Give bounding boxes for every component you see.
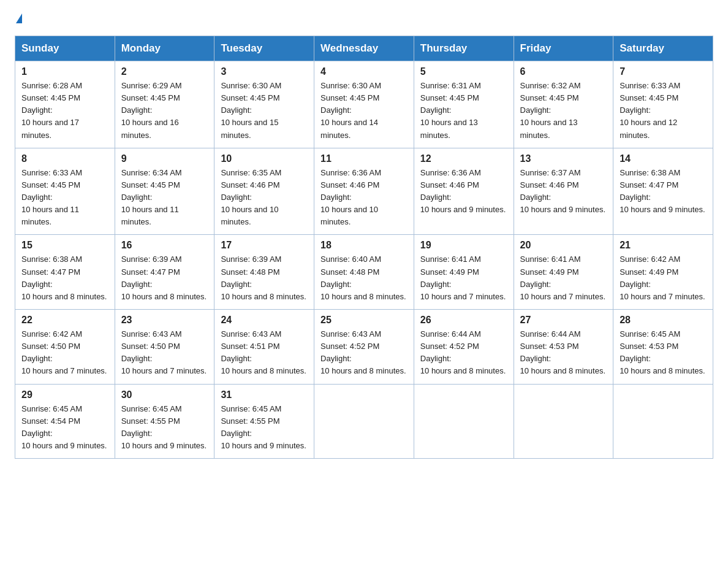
calendar-cell: 19Sunrise: 6:41 AMSunset: 4:49 PMDayligh…: [414, 235, 514, 310]
week-row-3: 15Sunrise: 6:38 AMSunset: 4:47 PMDayligh…: [15, 235, 713, 310]
calendar-cell: 1Sunrise: 6:28 AMSunset: 4:45 PMDaylight…: [15, 61, 115, 148]
calendar-cell: 30Sunrise: 6:45 AMSunset: 4:55 PMDayligh…: [115, 384, 214, 459]
day-info: Sunrise: 6:42 AMSunset: 4:50 PMDaylight:…: [21, 328, 108, 378]
day-number: 31: [221, 389, 308, 400]
day-number: 5: [420, 66, 507, 77]
weekday-thursday: Thursday: [414, 36, 514, 61]
calendar-cell: 16Sunrise: 6:39 AMSunset: 4:47 PMDayligh…: [115, 235, 214, 310]
day-info: Sunrise: 6:41 AMSunset: 4:49 PMDaylight:…: [420, 253, 507, 303]
day-info: Sunrise: 6:31 AMSunset: 4:45 PMDaylight:…: [420, 80, 507, 142]
calendar-cell: 31Sunrise: 6:45 AMSunset: 4:55 PMDayligh…: [214, 384, 314, 459]
week-row-4: 22Sunrise: 6:42 AMSunset: 4:50 PMDayligh…: [15, 309, 713, 384]
day-info: Sunrise: 6:38 AMSunset: 4:47 PMDaylight:…: [620, 167, 707, 216]
weekday-header-row: SundayMondayTuesdayWednesdayThursdayFrid…: [15, 36, 713, 61]
calendar-cell: 2Sunrise: 6:29 AMSunset: 4:45 PMDaylight…: [115, 61, 214, 148]
calendar-cell: 11Sunrise: 6:36 AMSunset: 4:46 PMDayligh…: [314, 148, 414, 235]
calendar-cell: 7Sunrise: 6:33 AMSunset: 4:45 PMDaylight…: [613, 61, 713, 148]
day-info: Sunrise: 6:45 AMSunset: 4:55 PMDaylight:…: [121, 403, 208, 453]
day-number: 10: [221, 153, 308, 164]
day-info: Sunrise: 6:45 AMSunset: 4:55 PMDaylight:…: [221, 403, 308, 453]
day-info: Sunrise: 6:35 AMSunset: 4:46 PMDaylight:…: [221, 167, 308, 229]
day-number: 1: [21, 66, 108, 77]
day-number: 3: [221, 66, 308, 77]
week-row-5: 29Sunrise: 6:45 AMSunset: 4:54 PMDayligh…: [15, 384, 713, 459]
calendar-cell: [314, 384, 414, 459]
day-number: 9: [121, 153, 208, 164]
calendar-cell: [414, 384, 514, 459]
day-number: 7: [620, 66, 707, 77]
day-info: Sunrise: 6:44 AMSunset: 4:53 PMDaylight:…: [520, 328, 607, 378]
day-info: Sunrise: 6:30 AMSunset: 4:45 PMDaylight:…: [221, 80, 308, 142]
day-info: Sunrise: 6:36 AMSunset: 4:46 PMDaylight:…: [320, 167, 408, 229]
calendar-cell: 17Sunrise: 6:39 AMSunset: 4:48 PMDayligh…: [214, 235, 314, 310]
day-info: Sunrise: 6:28 AMSunset: 4:45 PMDaylight:…: [21, 80, 108, 142]
page-header: [15, 15, 713, 25]
day-number: 15: [21, 240, 108, 251]
calendar-cell: [514, 384, 613, 459]
day-info: Sunrise: 6:45 AMSunset: 4:54 PMDaylight:…: [21, 403, 108, 453]
calendar-cell: 23Sunrise: 6:43 AMSunset: 4:50 PMDayligh…: [115, 309, 214, 384]
calendar-cell: 4Sunrise: 6:30 AMSunset: 4:45 PMDaylight…: [314, 61, 414, 148]
weekday-sunday: Sunday: [15, 36, 115, 61]
calendar-cell: 6Sunrise: 6:32 AMSunset: 4:45 PMDaylight…: [514, 61, 613, 148]
day-info: Sunrise: 6:43 AMSunset: 4:52 PMDaylight:…: [320, 328, 408, 378]
calendar-cell: 21Sunrise: 6:42 AMSunset: 4:49 PMDayligh…: [613, 235, 713, 310]
day-number: 11: [320, 153, 408, 164]
day-info: Sunrise: 6:29 AMSunset: 4:45 PMDaylight:…: [121, 80, 208, 142]
calendar-cell: 28Sunrise: 6:45 AMSunset: 4:53 PMDayligh…: [613, 309, 713, 384]
day-number: 24: [221, 315, 308, 326]
week-row-1: 1Sunrise: 6:28 AMSunset: 4:45 PMDaylight…: [15, 61, 713, 148]
calendar-cell: [613, 384, 713, 459]
calendar-cell: 29Sunrise: 6:45 AMSunset: 4:54 PMDayligh…: [15, 384, 115, 459]
day-number: 6: [520, 66, 607, 77]
day-info: Sunrise: 6:36 AMSunset: 4:46 PMDaylight:…: [420, 167, 507, 216]
day-info: Sunrise: 6:32 AMSunset: 4:45 PMDaylight:…: [520, 80, 607, 142]
calendar-cell: 26Sunrise: 6:44 AMSunset: 4:52 PMDayligh…: [414, 309, 514, 384]
calendar-cell: 14Sunrise: 6:38 AMSunset: 4:47 PMDayligh…: [613, 148, 713, 235]
logo-triangle-icon: [16, 13, 22, 23]
day-number: 18: [320, 240, 408, 251]
day-number: 17: [221, 240, 308, 251]
calendar-cell: 10Sunrise: 6:35 AMSunset: 4:46 PMDayligh…: [214, 148, 314, 235]
calendar-cell: 24Sunrise: 6:43 AMSunset: 4:51 PMDayligh…: [214, 309, 314, 384]
day-info: Sunrise: 6:45 AMSunset: 4:53 PMDaylight:…: [620, 328, 707, 378]
day-info: Sunrise: 6:37 AMSunset: 4:46 PMDaylight:…: [520, 167, 607, 216]
day-info: Sunrise: 6:34 AMSunset: 4:45 PMDaylight:…: [121, 167, 208, 229]
calendar-cell: 25Sunrise: 6:43 AMSunset: 4:52 PMDayligh…: [314, 309, 414, 384]
day-info: Sunrise: 6:33 AMSunset: 4:45 PMDaylight:…: [21, 167, 108, 229]
weekday-wednesday: Wednesday: [314, 36, 414, 61]
day-info: Sunrise: 6:33 AMSunset: 4:45 PMDaylight:…: [620, 80, 707, 142]
calendar-cell: 9Sunrise: 6:34 AMSunset: 4:45 PMDaylight…: [115, 148, 214, 235]
day-info: Sunrise: 6:39 AMSunset: 4:47 PMDaylight:…: [121, 253, 208, 303]
day-number: 14: [620, 153, 707, 164]
week-row-2: 8Sunrise: 6:33 AMSunset: 4:45 PMDaylight…: [15, 148, 713, 235]
day-number: 25: [320, 315, 408, 326]
day-number: 4: [320, 66, 408, 77]
calendar-cell: 12Sunrise: 6:36 AMSunset: 4:46 PMDayligh…: [414, 148, 514, 235]
calendar-cell: 3Sunrise: 6:30 AMSunset: 4:45 PMDaylight…: [214, 61, 314, 148]
day-number: 28: [620, 315, 707, 326]
day-number: 27: [520, 315, 607, 326]
calendar-cell: 22Sunrise: 6:42 AMSunset: 4:50 PMDayligh…: [15, 309, 115, 384]
day-number: 8: [21, 153, 108, 164]
day-info: Sunrise: 6:43 AMSunset: 4:50 PMDaylight:…: [121, 328, 208, 378]
calendar-cell: 27Sunrise: 6:44 AMSunset: 4:53 PMDayligh…: [514, 309, 613, 384]
calendar-table: SundayMondayTuesdayWednesdayThursdayFrid…: [15, 36, 713, 459]
day-number: 21: [620, 240, 707, 251]
weekday-friday: Friday: [514, 36, 613, 61]
day-number: 30: [121, 389, 208, 400]
calendar-cell: 8Sunrise: 6:33 AMSunset: 4:45 PMDaylight…: [15, 148, 115, 235]
day-info: Sunrise: 6:38 AMSunset: 4:47 PMDaylight:…: [21, 253, 108, 303]
calendar-cell: 13Sunrise: 6:37 AMSunset: 4:46 PMDayligh…: [514, 148, 613, 235]
day-number: 20: [520, 240, 607, 251]
day-number: 13: [520, 153, 607, 164]
day-number: 26: [420, 315, 507, 326]
calendar-cell: 5Sunrise: 6:31 AMSunset: 4:45 PMDaylight…: [414, 61, 514, 148]
calendar-cell: 18Sunrise: 6:40 AMSunset: 4:48 PMDayligh…: [314, 235, 414, 310]
day-number: 22: [21, 315, 108, 326]
logo: [15, 15, 22, 25]
day-number: 23: [121, 315, 208, 326]
day-info: Sunrise: 6:41 AMSunset: 4:49 PMDaylight:…: [520, 253, 607, 303]
day-number: 19: [420, 240, 507, 251]
day-number: 29: [21, 389, 108, 400]
